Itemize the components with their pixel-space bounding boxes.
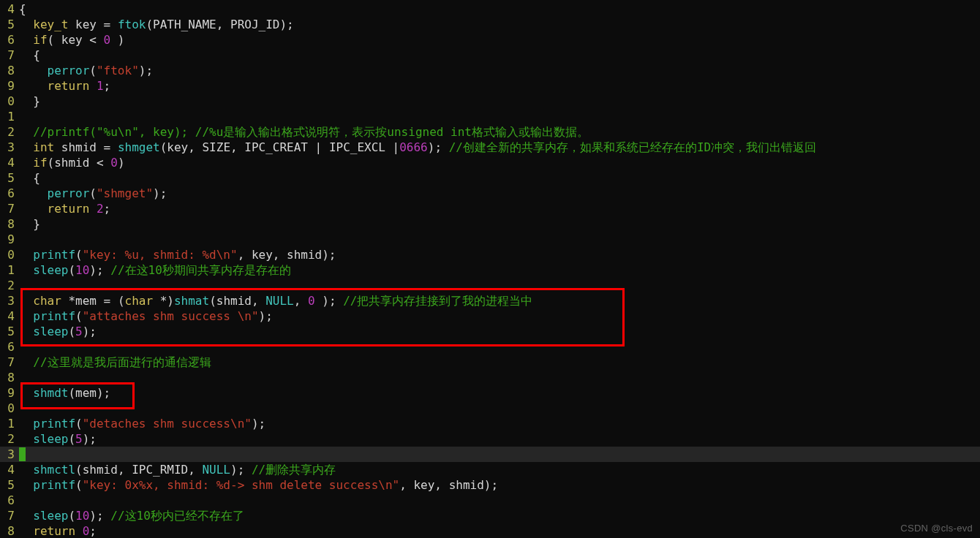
- code-line[interactable]: 2 sleep(5);: [0, 431, 980, 447]
- comma: ,: [118, 463, 132, 477]
- number: 5: [75, 432, 83, 446]
- identifier: shmid: [449, 478, 484, 492]
- brace: {: [33, 171, 40, 185]
- paren: (: [89, 64, 97, 77]
- number: 0: [110, 156, 118, 170]
- line-number: 5: [0, 477, 19, 493]
- comment: //printf("%u\n", key); //%u是输入输出格式说明符，表示…: [33, 125, 589, 139]
- code-line[interactable]: 3 char *mem = (char *)shmat(shmid, NULL,…: [0, 293, 980, 308]
- keyword: if: [33, 156, 47, 170]
- cursor-icon: [19, 447, 26, 461]
- line-number: 1: [0, 262, 19, 278]
- semicolon: ;: [104, 79, 111, 93]
- code-line[interactable]: 6: [0, 493, 980, 508]
- identifier: PROJ_ID: [230, 18, 279, 31]
- code-line[interactable]: 2 //printf("%u\n", key); //%u是输入输出格式说明符，…: [0, 124, 980, 140]
- function-call: ftok: [118, 18, 146, 31]
- code-line[interactable]: 1 printf("detaches shm success\n");: [0, 416, 980, 431]
- identifier: key: [167, 140, 188, 154]
- code-line[interactable]: 0 }: [0, 94, 980, 109]
- operator: =: [104, 140, 118, 154]
- keyword: char: [125, 294, 154, 308]
- code-line[interactable]: 4 shmctl(shmid, IPC_RMID, NULL); //删除共享内…: [0, 462, 980, 477]
- line-number: 2: [0, 278, 19, 293]
- line-number: 6: [0, 493, 19, 508]
- code-line-current[interactable]: 3: [0, 447, 980, 462]
- paren: );: [139, 64, 153, 77]
- null: NULL: [265, 294, 294, 308]
- code-line[interactable]: 8 return 0;: [0, 523, 980, 538]
- line-number: 7: [0, 508, 19, 523]
- line-number: 3: [0, 447, 19, 462]
- code-line[interactable]: 9: [0, 232, 980, 247]
- paren: (: [75, 417, 83, 431]
- keyword: char: [33, 294, 61, 308]
- watermark: CSDN @cls-evd: [900, 523, 973, 534]
- code-line[interactable]: 0: [0, 401, 980, 416]
- code-line[interactable]: 6 perror("shmget");: [0, 186, 980, 201]
- identifier: SIZE: [202, 140, 230, 154]
- line-number: 3: [0, 140, 19, 155]
- code-line[interactable]: 1: [0, 109, 980, 124]
- number: 10: [75, 509, 89, 523]
- code-line[interactable]: 9 return 1;: [0, 78, 980, 94]
- code-line[interactable]: 3 int shmid = shmget(key, SIZE, IPC_CREA…: [0, 140, 980, 155]
- keyword: int: [33, 140, 54, 154]
- code-line[interactable]: 5 key_t key = ftok(PATH_NAME, PROJ_ID);: [0, 17, 980, 32]
- number: 0: [104, 33, 111, 47]
- comma: ,: [216, 18, 230, 31]
- code-line[interactable]: 7 //这里就是我后面进行的通信逻辑: [0, 355, 980, 370]
- code-line[interactable]: 5 sleep(5);: [0, 324, 980, 339]
- number: 0: [83, 524, 90, 538]
- code-line[interactable]: 7 {: [0, 48, 980, 63]
- identifier: PATH_NAME: [153, 18, 216, 31]
- space: [75, 524, 83, 538]
- comment: //把共享内存挂接到了我的进程当中: [343, 294, 532, 308]
- operator: =: [104, 294, 118, 308]
- identifier: mem: [75, 294, 104, 308]
- function-call: sleep: [33, 263, 68, 277]
- code-line[interactable]: 6 if( key < 0 ): [0, 32, 980, 48]
- code-line[interactable]: 4 printf("attaches shm success \n");: [0, 308, 980, 324]
- code-line[interactable]: 6: [0, 339, 980, 355]
- code-line[interactable]: 2: [0, 278, 980, 293]
- paren: );: [230, 463, 252, 477]
- paren: (: [68, 386, 75, 400]
- paren: (: [118, 294, 125, 308]
- line-number: 4: [0, 1, 19, 17]
- function-call: perror: [48, 64, 90, 77]
- operator: *: [68, 294, 75, 308]
- code-line[interactable]: 5 printf("key: 0x%x, shmid: %d-> shm del…: [0, 477, 980, 493]
- code-line[interactable]: 8 perror("ftok");: [0, 63, 980, 78]
- code-line[interactable]: 4 if(shmid < 0): [0, 155, 980, 170]
- operator: |: [315, 140, 329, 154]
- code-line[interactable]: 8: [0, 370, 980, 385]
- code-line[interactable]: 0 printf("key: %u, shmid: %d\n", key, sh…: [0, 247, 980, 262]
- identifier: IPC_EXCL: [329, 140, 393, 154]
- keyword: key_t: [33, 18, 68, 31]
- code-editor[interactable]: 4 { 5 key_t key = ftok(PATH_NAME, PROJ_I…: [0, 0, 980, 538]
- string: "shmget": [97, 186, 153, 200]
- line-number: 9: [0, 232, 19, 247]
- operator: =: [104, 18, 118, 31]
- null: NULL: [202, 463, 230, 477]
- function-call: shmdt: [33, 386, 68, 400]
- line-number: 0: [0, 401, 19, 416]
- code-line[interactable]: 1 sleep(10); //在这10秒期间共享内存是存在的: [0, 262, 980, 278]
- paren: );: [89, 263, 110, 277]
- code-line[interactable]: 9 shmdt(mem);: [0, 385, 980, 401]
- operator: <: [89, 33, 103, 47]
- paren: (: [75, 309, 83, 323]
- identifier: key: [68, 18, 103, 31]
- code-line[interactable]: 7 return 2;: [0, 201, 980, 216]
- identifier: shmid: [54, 156, 97, 170]
- code-line[interactable]: 5 {: [0, 170, 980, 186]
- comma: ,: [294, 294, 308, 308]
- paren: );: [322, 294, 343, 308]
- code-line[interactable]: 8 }: [0, 216, 980, 232]
- code-line[interactable]: 7 sleep(10); //这10秒内已经不存在了: [0, 508, 980, 523]
- paren: );: [153, 186, 167, 200]
- comma: ,: [230, 140, 244, 154]
- code-line[interactable]: 4 {: [0, 1, 980, 17]
- paren: ): [110, 33, 124, 47]
